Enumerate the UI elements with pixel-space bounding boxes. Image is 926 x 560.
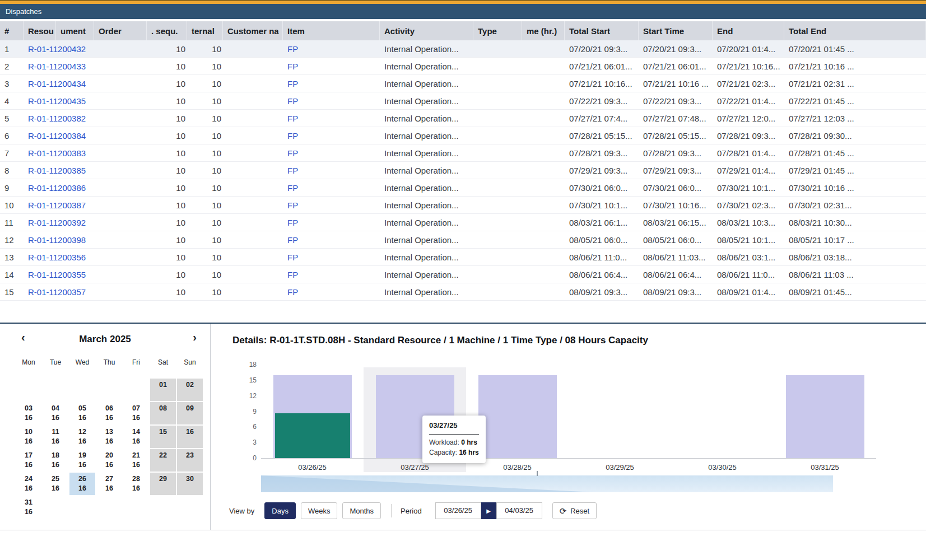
calendar-day-21[interactable]: 2116 [123,449,149,472]
calendar-day-14[interactable]: 1416 [123,426,149,448]
capacity-bar[interactable] [786,375,864,458]
calendar-day-02[interactable]: 02 [177,379,203,401]
calendar-day-20[interactable]: 2016 [96,449,122,472]
navigator-handle[interactable] [537,471,538,476]
cell-link[interactable]: R-01-11200357 [24,287,56,297]
cell-link[interactable]: R-01-11200433 [24,62,56,71]
column-header[interactable]: Total Start [565,21,639,40]
table-row[interactable]: 3R-01-112004341010FPInternal Operation..… [0,75,926,92]
cell-link[interactable]: FP [283,96,380,106]
calendar-day-24[interactable]: 2416 [16,473,41,495]
cell-link[interactable]: FP [283,253,380,262]
calendar-day-05[interactable]: 0516 [69,402,95,424]
calendar-next-icon[interactable]: › [193,331,197,344]
table-row[interactable]: 2R-01-112004331010FPInternal Operation..… [0,58,926,75]
cell-link[interactable]: FP [283,131,380,141]
calendar-day-17[interactable]: 1716 [16,449,41,472]
column-header[interactable]: ument [56,21,94,40]
calendar-day-25[interactable]: 2516 [43,473,68,495]
calendar-day-16[interactable]: 16 [177,426,203,448]
cell-link[interactable]: R-01-11200392 [24,218,56,227]
table-row[interactable]: 14R-01-112003551010FPInternal Operation.… [0,266,926,283]
cell-link[interactable]: FP [283,287,380,297]
cell-link[interactable]: R-01-11200384 [24,131,56,141]
table-row[interactable]: 9R-01-112003861010FPInternal Operation..… [0,179,926,197]
chart-range-navigator[interactable] [261,475,833,492]
cell-link[interactable]: FP [283,114,380,123]
column-header[interactable]: Total End [784,21,926,40]
calendar-day-11[interactable]: 1116 [43,426,68,448]
view-days-button[interactable]: Days [264,502,296,519]
column-header[interactable]: ternal [187,21,223,40]
calendar-day-10[interactable]: 1016 [16,426,41,448]
cell-link[interactable]: FP [283,200,380,210]
calendar-day-29[interactable]: 29 [150,473,176,495]
cell-link[interactable]: R-01-11200355 [24,270,56,279]
column-header[interactable]: Order [94,21,147,40]
column-header[interactable]: Type [473,21,522,40]
table-row[interactable]: 12R-01-112003981010FPInternal Operation.… [0,231,926,249]
column-header[interactable]: Customer na [223,21,283,40]
cell-link[interactable]: FP [283,218,380,227]
column-header[interactable]: End [713,21,784,40]
column-header[interactable]: Item [283,21,380,40]
column-header[interactable]: me (hr.) [522,21,565,40]
calendar-day-07[interactable]: 0716 [123,402,149,424]
cell-link[interactable]: FP [283,166,380,175]
calendar-day-27[interactable]: 2716 [96,473,122,495]
cell-link[interactable]: FP [283,44,380,54]
view-weeks-button[interactable]: Weeks [301,502,338,519]
calendar-day-23[interactable]: 23 [177,449,203,472]
cell-link[interactable]: R-01-11200386 [24,183,56,193]
column-header[interactable]: . sequ. [147,21,187,40]
calendar-day-22[interactable]: 22 [150,449,176,472]
column-header[interactable]: Resou [24,21,56,40]
calendar-day-26[interactable]: 2616 [69,473,95,495]
table-row[interactable]: 5R-01-112003821010FPInternal Operation..… [0,110,926,127]
table-row[interactable]: 10R-01-112003871010FPInternal Operation.… [0,197,926,214]
calendar-day-01[interactable]: 01 [150,379,176,401]
table-row[interactable]: 7R-01-112003831010FPInternal Operation..… [0,144,926,162]
calendar-day-19[interactable]: 1916 [69,449,95,472]
period-next-button[interactable]: ▶ [481,502,496,519]
table-row[interactable]: 6R-01-112003841010FPInternal Operation..… [0,127,926,144]
calendar-day-04[interactable]: 0416 [43,402,68,424]
cell-link[interactable]: FP [283,183,380,193]
calendar-day-13[interactable]: 1316 [96,426,122,448]
cell-link[interactable]: FP [283,79,380,88]
calendar-day-30[interactable]: 30 [177,473,203,495]
cell-link[interactable]: R-01-11200434 [24,79,56,88]
period-to-input[interactable]: 04/03/25 [496,502,542,519]
calendar-day-08[interactable]: 08 [150,402,176,424]
cell-link[interactable]: R-01-11200383 [24,148,56,158]
period-from-input[interactable]: 03/26/25 [435,502,481,519]
table-row[interactable]: 8R-01-112003851010FPInternal Operation..… [0,162,926,179]
calendar-day-18[interactable]: 1816 [43,449,68,472]
table-row[interactable]: 4R-01-112004351010FPInternal Operation..… [0,92,926,110]
table-row[interactable]: 13R-01-112003561010FPInternal Operation.… [0,249,926,266]
calendar-day-09[interactable]: 09 [177,402,203,424]
reset-button[interactable]: ⟳Reset [552,502,597,519]
view-months-button[interactable]: Months [342,502,381,519]
calendar-day-06[interactable]: 0616 [96,402,122,424]
workload-bar[interactable] [275,413,350,458]
cell-link[interactable]: R-01-11200385 [24,166,56,175]
calendar-day-15[interactable]: 15 [150,426,176,448]
calendar-day-03[interactable]: 0316 [16,402,41,424]
cell-link[interactable]: FP [283,235,380,245]
column-header[interactable]: Activity [380,21,473,40]
calendar-day-31[interactable]: 3116 [16,496,41,519]
table-row[interactable]: 1R-01-112004321010FPInternal Operation..… [0,40,926,58]
cell-link[interactable]: R-01-11200387 [24,200,56,210]
cell-link[interactable]: R-01-11200382 [24,114,56,123]
column-header[interactable]: # [0,21,24,40]
cell-link[interactable]: FP [283,148,380,158]
table-row[interactable]: 11R-01-112003921010FPInternal Operation.… [0,214,926,231]
cell-link[interactable]: FP [283,62,380,71]
column-header[interactable]: Start Time [639,21,713,40]
cell-link[interactable]: R-01-11200432 [24,44,56,54]
calendar-day-12[interactable]: 1216 [69,426,95,448]
cell-link[interactable]: R-01-11200435 [24,96,56,106]
calendar-day-28[interactable]: 2816 [123,473,149,495]
cell-link[interactable]: FP [283,270,380,279]
